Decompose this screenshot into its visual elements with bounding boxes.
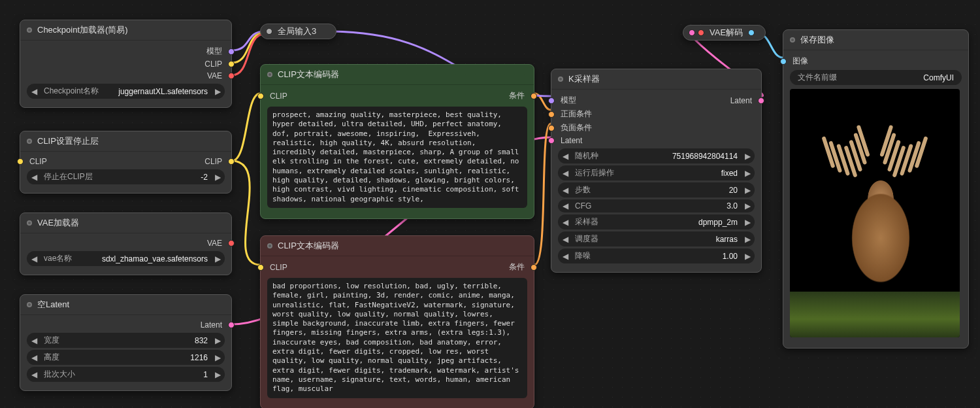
row-model: 模型 Latent: [551, 94, 761, 107]
arrow-right-icon[interactable]: ▶: [213, 173, 222, 182]
widget-height[interactable]: ◀ 高度 1216 ▶: [27, 350, 225, 365]
port-in-latent[interactable]: [548, 137, 555, 144]
port-out-clip[interactable]: [228, 158, 235, 165]
arrow-left-icon[interactable]: ◀: [561, 252, 570, 261]
output-model: 模型: [20, 44, 231, 58]
node-title[interactable]: VAE加载器: [20, 213, 231, 233]
arrow-left-icon[interactable]: ◀: [29, 254, 39, 264]
widget-control-after[interactable]: ◀运行后操作fixed▶: [558, 165, 755, 180]
title-text: VAE加载器: [37, 217, 79, 229]
port-in-negative[interactable]: [548, 125, 555, 131]
collapse-dot-icon[interactable]: [27, 27, 32, 33]
node-title[interactable]: CLIP设置停止层: [20, 131, 231, 152]
widget-filename-prefix[interactable]: 文件名前缀 ComfyUI: [790, 70, 962, 85]
node-global-input-3[interactable]: 全局输入3: [260, 24, 336, 39]
arrow-left-icon[interactable]: ◀: [29, 87, 39, 96]
widget-scheduler[interactable]: ◀调度器karras▶: [558, 231, 755, 246]
arrow-right-icon[interactable]: ▶: [213, 336, 222, 345]
arrow-right-icon[interactable]: ▶: [743, 218, 752, 227]
port-in-clip[interactable]: [257, 264, 264, 271]
title-text: VAE解码: [710, 27, 743, 39]
arrow-right-icon[interactable]: ▶: [743, 235, 752, 244]
widget-checkpoint-name[interactable]: ◀ Checkpoint名称 juggernautXL.safetensors …: [27, 84, 225, 99]
arrow-left-icon[interactable]: ◀: [561, 152, 570, 161]
io-row: CLIP 条件: [261, 89, 534, 103]
widget-width[interactable]: ◀ 宽度 832 ▶: [27, 333, 225, 348]
collapse-dot-icon[interactable]: [558, 76, 563, 82]
collapse-dot-icon[interactable]: [267, 72, 272, 77]
arrow-right-icon[interactable]: ▶: [213, 353, 222, 362]
arrow-left-icon[interactable]: ◀: [29, 353, 39, 362]
node-title[interactable]: 保存图像: [783, 30, 968, 50]
arrow-right-icon[interactable]: ▶: [743, 169, 752, 178]
widget-stop-layer[interactable]: ◀ 停止在CLIP层 -2 ▶: [27, 169, 225, 184]
port-out-clip[interactable]: [228, 61, 235, 67]
node-empty-latent[interactable]: 空Latent Latent ◀ 宽度 832 ▶ ◀ 高度 1216 ▶ ◀ …: [20, 294, 232, 391]
arrow-left-icon[interactable]: ◀: [29, 173, 39, 182]
prompt-textarea[interactable]: bad proportions, low resolution, bad, ug…: [267, 278, 527, 398]
collapse-dot-icon[interactable]: [790, 37, 795, 42]
node-clip-text-encode-positive[interactable]: CLIP文本编码器 CLIP 条件 prospect, amazing qual…: [260, 64, 534, 219]
node-ksampler[interactable]: K采样器 模型 Latent 正面条件 负面条件 Latent ◀随机种7519…: [551, 69, 762, 273]
arrow-right-icon[interactable]: ▶: [743, 186, 752, 195]
collapse-dot-icon[interactable]: [27, 220, 32, 226]
image-preview[interactable]: [790, 89, 960, 337]
port-out-model[interactable]: [228, 48, 235, 55]
arrow-left-icon[interactable]: ◀: [29, 370, 39, 379]
port-in-model[interactable]: [548, 97, 555, 104]
port-in-image[interactable]: [780, 58, 787, 65]
arrow-left-icon[interactable]: ◀: [561, 186, 570, 195]
port-out-conditioning[interactable]: [531, 264, 537, 271]
arrow-right-icon[interactable]: ▶: [213, 87, 222, 96]
node-title[interactable]: CLIP文本编码器: [261, 65, 534, 85]
widget-sampler[interactable]: ◀采样器dpmpp_2m▶: [558, 214, 755, 230]
port-in-clip[interactable]: [17, 158, 24, 165]
collapse-dot-icon[interactable]: [27, 139, 32, 144]
widget-vae-name[interactable]: ◀ vae名称 sdxl_zhamao_vae.safetensors ▶: [27, 251, 225, 266]
port-in-vae[interactable]: [698, 29, 704, 36]
arrow-left-icon[interactable]: ◀: [561, 218, 570, 227]
port-out-latent[interactable]: [758, 97, 764, 104]
arrow-left-icon[interactable]: ◀: [561, 169, 570, 178]
node-clip-text-encode-negative[interactable]: CLIP文本编码器 CLIP 条件 bad proportions, low r…: [260, 235, 534, 408]
collapse-dot-icon[interactable]: [27, 302, 32, 307]
collapse-dot-icon[interactable]: [267, 243, 272, 248]
arrow-left-icon[interactable]: ◀: [561, 201, 570, 211]
port-out-vae[interactable]: [228, 240, 235, 246]
port-out-conditioning[interactable]: [531, 93, 537, 99]
arrow-right-icon[interactable]: ▶: [213, 254, 222, 264]
node-clip-stop-layer[interactable]: CLIP设置停止层 CLIP CLIP ◀ 停止在CLIP层 -2 ▶: [20, 131, 232, 194]
arrow-right-icon[interactable]: ▶: [743, 201, 752, 211]
port-out-image[interactable]: [748, 29, 755, 36]
arrow-right-icon[interactable]: ▶: [743, 152, 752, 161]
node-title[interactable]: CLIP文本编码器: [261, 236, 534, 256]
title-text: 全局输入3: [278, 26, 316, 37]
elk-antlers: [823, 139, 927, 191]
node-title[interactable]: K采样器: [551, 69, 761, 90]
node-checkpoint-loader[interactable]: Checkpoint加载器(简易) 模型 CLIP VAE ◀ Checkpoi…: [20, 20, 232, 108]
title-text: 保存图像: [800, 34, 834, 46]
arrow-right-icon[interactable]: ▶: [213, 370, 222, 379]
widget-steps[interactable]: ◀步数20▶: [558, 182, 755, 197]
title-text: K采样器: [568, 73, 600, 85]
port-in[interactable]: [266, 28, 272, 35]
node-save-image[interactable]: 保存图像 图像 文件名前缀 ComfyUI: [783, 29, 969, 348]
port-out-vae[interactable]: [228, 73, 235, 79]
arrow-right-icon[interactable]: ▶: [743, 252, 752, 261]
arrow-left-icon[interactable]: ◀: [561, 235, 570, 244]
port-in-latent[interactable]: [689, 29, 695, 36]
widget-cfg[interactable]: ◀CFG3.0▶: [558, 199, 755, 212]
widget-seed[interactable]: ◀随机种751968942804114▶: [558, 148, 755, 163]
port-in-positive[interactable]: [548, 111, 555, 118]
widget-batch[interactable]: ◀ 批次大小 1 ▶: [27, 367, 225, 382]
prompt-textarea[interactable]: prospect, amazing quality, masterpiece, …: [267, 107, 527, 208]
node-title[interactable]: 空Latent: [20, 295, 231, 315]
port-in-clip[interactable]: [257, 93, 264, 99]
widget-denoise[interactable]: ◀降噪1.00▶: [558, 248, 755, 264]
row-positive: 正面条件: [551, 107, 761, 121]
node-vae-loader[interactable]: VAE加载器 VAE ◀ vae名称 sdxl_zhamao_vae.safet…: [20, 212, 232, 275]
node-vae-decode[interactable]: VAE解码: [683, 25, 766, 41]
arrow-left-icon[interactable]: ◀: [29, 336, 39, 345]
node-title[interactable]: Checkpoint加载器(简易): [20, 20, 231, 41]
port-out-latent[interactable]: [228, 322, 235, 328]
